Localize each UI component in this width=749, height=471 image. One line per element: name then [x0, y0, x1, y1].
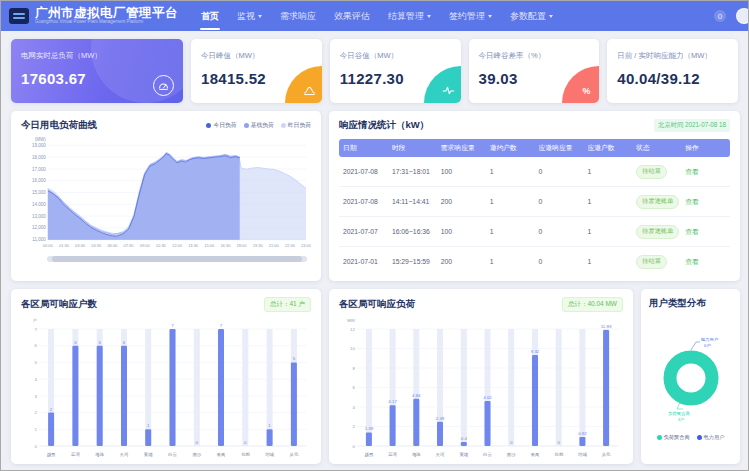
- kpi-label: 日前 / 实时响应能力（MW）: [617, 51, 728, 61]
- table-row: 2021-07-0814:11~14:41200101待发送账单查看: [339, 187, 730, 217]
- svg-text:16,000: 16,000: [32, 178, 46, 183]
- legend-item[interactable]: 电力用户: [697, 434, 725, 441]
- table-row: 2021-07-0817:31~18:01100101待结算查看: [339, 157, 730, 187]
- nav-item-demand-response[interactable]: 需求响应: [271, 1, 325, 31]
- platform-subtitle: Guangzhou Virtual Power Plant Management…: [35, 20, 178, 25]
- svg-text:白云: 白云: [168, 452, 177, 457]
- table-header-cell: 应邀户数: [583, 139, 632, 157]
- svg-text:番禺: 番禺: [217, 452, 226, 457]
- view-link[interactable]: 查看: [685, 198, 699, 205]
- nav-item-params[interactable]: 参数配置: [501, 1, 562, 31]
- notification-badge[interactable]: 0: [714, 10, 726, 22]
- svg-text:增城: 增城: [264, 452, 274, 457]
- svg-text:0: 0: [353, 444, 356, 449]
- load-chart-title: 今日用电负荷曲线: [21, 119, 97, 132]
- nav-item-settlement[interactable]: 结算管理: [379, 1, 440, 31]
- svg-text:黄埔: 黄埔: [144, 452, 153, 457]
- cell-status: 待结算: [632, 157, 681, 187]
- view-link[interactable]: 查看: [685, 258, 699, 265]
- platform-logo-icon: [9, 8, 29, 24]
- svg-text:4: 4: [35, 377, 38, 382]
- beijing-time-badge: 北京时间 2021-07-08 18: [654, 119, 730, 132]
- cell-invited: 1: [486, 247, 535, 277]
- svg-text:16:30: 16:30: [220, 243, 231, 248]
- nav-item-monitor[interactable]: 监视: [228, 1, 271, 31]
- chevron-down-icon: [549, 15, 553, 18]
- load-legend: 今日负荷基线负荷昨日负荷: [206, 121, 311, 130]
- svg-text:0: 0: [35, 444, 38, 449]
- legend-item[interactable]: 负荷聚合商: [657, 434, 690, 441]
- svg-text:9.32: 9.32: [531, 349, 540, 354]
- svg-text:14,000: 14,000: [32, 202, 46, 207]
- svg-text:18:00: 18:00: [237, 243, 248, 248]
- main-nav: 首页监视需求响应效果评估结算管理签约管理参数配置: [192, 1, 562, 31]
- cell-invited: 1: [486, 187, 535, 217]
- status-badge: 待结算: [636, 255, 667, 269]
- kpi-label: 今日谷值（MW）: [340, 51, 451, 61]
- responsive-load-card: 各区局可响应负荷 总计：40.04 MW 024681012MW1.39越秀4.…: [329, 289, 633, 464]
- response-table-title: 响应情况统计（kW）: [339, 119, 429, 132]
- kpi-value: 40.04/39.12: [617, 70, 728, 87]
- svg-text:3户: 3户: [678, 417, 685, 422]
- svg-text:白云: 白云: [483, 452, 492, 457]
- svg-text:天河: 天河: [120, 452, 129, 457]
- svg-text:荔湾: 荔湾: [388, 452, 397, 458]
- svg-text:01:30: 01:30: [59, 243, 70, 248]
- cell-demand: 100: [437, 157, 486, 187]
- svg-text:MW: MW: [347, 318, 356, 323]
- cell-accepted_amount: 0: [535, 247, 584, 277]
- chevron-down-icon: [488, 15, 492, 18]
- svg-text:南沙: 南沙: [507, 452, 516, 457]
- svg-text:7: 7: [171, 323, 174, 328]
- svg-text:19:30: 19:30: [253, 243, 264, 248]
- svg-text:17,000: 17,000: [32, 167, 46, 172]
- svg-text:5: 5: [35, 360, 38, 365]
- data-zoom-slider[interactable]: [47, 256, 307, 262]
- kpi-row: 电网实时总负荷（MW） 17603.67 今日峰值（MW） 18415.52 今…: [11, 39, 738, 103]
- nav-item-contract[interactable]: 签约管理: [440, 1, 501, 31]
- user-avatar[interactable]: [736, 8, 749, 24]
- nav-item-evaluation[interactable]: 效果评估: [325, 1, 379, 31]
- svg-text:10:30: 10:30: [156, 243, 167, 248]
- legend-dot: [206, 123, 211, 128]
- svg-text:7: 7: [35, 327, 38, 332]
- legend-label: 基线负荷: [251, 121, 274, 130]
- legend-item[interactable]: 基线负荷: [244, 121, 274, 130]
- svg-text:09:00: 09:00: [140, 243, 151, 248]
- svg-text:6: 6: [353, 385, 356, 390]
- svg-text:6: 6: [35, 343, 38, 348]
- cell-demand: 100: [437, 217, 486, 247]
- svg-text:24:00: 24:00: [301, 243, 311, 248]
- kpi-label: 今日峰值（MW）: [201, 51, 312, 61]
- cell-period: 16:06~16:36: [388, 217, 437, 247]
- svg-text:南沙: 南沙: [192, 452, 201, 457]
- cell-demand: 200: [437, 187, 486, 217]
- svg-text:4: 4: [353, 405, 356, 410]
- user-type-title: 用户类型分布: [649, 297, 706, 310]
- svg-text:电力用户: 电力用户: [701, 337, 718, 342]
- legend-item[interactable]: 昨日负荷: [281, 121, 311, 130]
- kpi-card-today-valley: 今日谷值（MW） 11227.30: [330, 39, 461, 103]
- cell-period: 15:29~15:59: [388, 247, 437, 277]
- svg-text:户: 户: [33, 318, 37, 323]
- svg-text:07:30: 07:30: [124, 243, 135, 248]
- table-header-cell: 邀约户数: [486, 139, 535, 157]
- view-link[interactable]: 查看: [685, 168, 699, 175]
- svg-text:00:00: 00:00: [43, 243, 54, 248]
- svg-text:1: 1: [35, 427, 38, 432]
- top-navbar: 广州市虚拟电厂管理平台 Guangzhou Virtual Power Plan…: [1, 1, 748, 31]
- cell-status: 待发送账单: [632, 217, 681, 247]
- view-link[interactable]: 查看: [685, 228, 699, 235]
- svg-text:花都: 花都: [554, 452, 563, 457]
- legend-item[interactable]: 今日负荷: [206, 121, 236, 130]
- households-bar-chart: 01234567户2越秀6荔湾6海珠6天河1黄埔7白云0南沙7番禺0花都1增城5…: [21, 316, 311, 458]
- svg-text:%: %: [583, 86, 591, 96]
- load-total-badge: 总计：40.04 MW: [562, 297, 623, 312]
- load-by-district-chart-title: 各区局可响应负荷: [339, 298, 415, 311]
- legend-label: 电力用户: [704, 434, 725, 441]
- svg-text:15:00: 15:00: [204, 243, 215, 248]
- households-chart-title: 各区局可响应户数: [21, 298, 97, 311]
- nav-item-home[interactable]: 首页: [192, 1, 228, 31]
- cell-status: 待结算: [632, 247, 681, 277]
- kpi-label: 今日峰谷差率（%）: [479, 51, 590, 61]
